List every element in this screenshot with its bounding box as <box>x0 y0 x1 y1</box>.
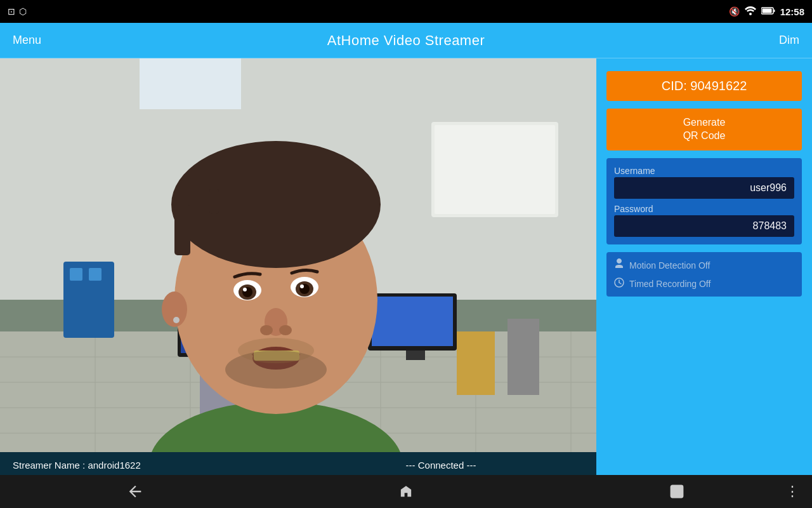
svg-rect-41 <box>209 189 219 214</box>
username-field-group: Username <box>614 166 794 199</box>
cid-text: CID: 90491622 <box>662 79 747 93</box>
svg-rect-40 <box>174 204 190 255</box>
svg-rect-24 <box>70 268 82 281</box>
side-panel: CID: 90491622 Generate QR Code Username … <box>596 58 812 478</box>
gallery-icon: ⊡ <box>8 6 15 17</box>
mute-icon: 🔇 <box>729 6 740 17</box>
svg-point-52 <box>279 325 292 335</box>
back-button[interactable] <box>101 478 169 505</box>
video-area: Streamer Name : android1622 --- Connecte… <box>0 58 596 478</box>
svg-rect-3 <box>762 9 771 13</box>
password-field-group: Password <box>614 204 794 237</box>
svg-point-58 <box>238 338 314 363</box>
battery-icon <box>761 6 775 17</box>
password-label: Password <box>614 204 794 214</box>
motion-detection-label: Motion Detection Off <box>629 260 710 271</box>
username-input[interactable] <box>614 177 794 199</box>
app-bar: Menu AtHome Video Streamer Dim <box>0 23 812 58</box>
svg-rect-64 <box>673 488 681 495</box>
svg-rect-10 <box>140 58 241 109</box>
svg-point-51 <box>260 325 273 335</box>
svg-line-62 <box>619 283 621 284</box>
recent-apps-button[interactable] <box>643 478 711 505</box>
svg-rect-33 <box>406 351 425 360</box>
usb-icon: ⬡ <box>19 6 27 17</box>
svg-rect-9 <box>435 125 555 214</box>
svg-point-45 <box>243 288 247 291</box>
wifi-icon <box>745 6 756 17</box>
video-bottom-bar: Streamer Name : android1622 --- Connecte… <box>0 452 596 478</box>
main-content: Streamer Name : android1622 --- Connecte… <box>0 58 812 478</box>
motion-detection-row[interactable]: Motion Detection Off <box>614 258 794 272</box>
timed-recording-icon <box>614 277 624 290</box>
svg-rect-25 <box>89 268 102 281</box>
svg-point-59 <box>618 259 621 262</box>
svg-point-39 <box>171 141 381 268</box>
generate-qr-button[interactable]: Generate QR Code <box>606 109 802 150</box>
more-options-button[interactable]: ⋮ <box>785 483 799 500</box>
password-input[interactable] <box>614 215 794 237</box>
svg-point-56 <box>173 317 180 323</box>
nav-bar: ⋮ <box>0 475 812 508</box>
status-bar: ⊡ ⬡ 🔇 12:58 <box>0 0 812 23</box>
svg-rect-35 <box>508 319 539 395</box>
svg-rect-2 <box>773 10 775 12</box>
cid-box: CID: 90491622 <box>606 71 802 101</box>
status-time: 12:58 <box>780 6 804 17</box>
status-left-icons: ⊡ ⬡ <box>8 6 27 17</box>
svg-rect-32 <box>372 297 453 346</box>
timed-recording-row[interactable]: Timed Recording Off <box>614 277 794 290</box>
menu-button[interactable]: Menu <box>13 34 41 47</box>
streamer-name: Streamer Name : android1622 <box>13 460 298 471</box>
svg-rect-34 <box>457 331 495 395</box>
status-panel: Motion Detection Off Timed Recording Off <box>606 252 802 297</box>
connection-status: --- Connected --- <box>298 460 584 471</box>
svg-point-49 <box>300 284 304 288</box>
video-placeholder <box>0 58 596 452</box>
motion-detection-icon <box>614 258 624 272</box>
app-title: AtHome Video Streamer <box>327 32 485 49</box>
home-button[interactable] <box>372 478 440 505</box>
username-label: Username <box>614 166 794 176</box>
dim-button[interactable]: Dim <box>779 34 799 47</box>
timed-recording-label: Timed Recording Off <box>629 279 710 289</box>
video-feed <box>0 58 596 452</box>
svg-point-0 <box>749 13 752 15</box>
credentials-area: Username Password <box>606 158 802 244</box>
